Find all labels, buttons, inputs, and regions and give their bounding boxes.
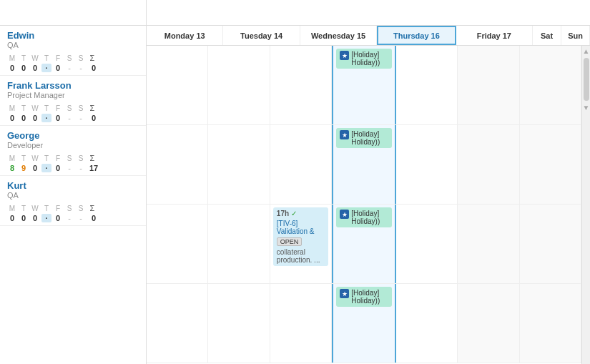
column-headers: Monday 13 Tuesday 14 Wednesday 15 Thursd… [147,26,590,46]
task-id-2[interactable]: [TIV-6] Validation & [277,220,325,235]
col-monday: Monday 13 [147,26,223,45]
day-value-2-5: - [64,164,74,172]
day-value-3-2: 0 [30,214,40,222]
day-label-1-5: S [64,104,74,112]
task-open-btn-2[interactable]: OPEN [277,237,303,246]
holiday-badge-1-0: ★ [Holiday] Holiday)) [336,128,391,148]
day-value-3-6: - [76,214,86,222]
day-label-3-3: T [41,205,51,212]
person-day-values-2: 890·0--17 [7,164,139,172]
day-label-3-4: F [53,205,63,212]
holiday-text-0-0: [Holiday] Holiday)) [351,51,388,67]
day-value-0-2: 0 [30,64,40,72]
day-value-3-3: · [41,214,51,222]
day-value-0-4: 0 [53,64,63,72]
day-label-1-6: S [76,104,86,112]
cell-1-sat [458,125,519,204]
day-value-3-4: 0 [53,214,63,222]
day-label-2-0: M [7,154,17,162]
cell-0-mon [147,46,208,124]
calendar-rows: ★ [Holiday] Holiday))★ [Holiday] Holiday… [147,46,581,364]
cell-2-sun [520,205,581,283]
day-label-2-3: T [41,154,51,162]
day-label-3-5: S [64,205,74,212]
day-label-0-6: S [76,54,86,62]
col-wednesday: Wednesday 15 [300,26,377,45]
person-role-1: Project Manager [7,91,139,99]
col-tuesday: Tuesday 14 [223,26,300,45]
day-label-1-1: T [19,104,29,112]
day-label-3-6: S [76,205,86,212]
cell-3-mon [147,284,208,363]
cell-3-wed [270,284,332,363]
holiday-badge-0-0: ★ [Holiday] Holiday)) [336,49,391,69]
cell-1-fri [396,125,458,204]
scroll-thumb[interactable] [584,58,589,101]
day-label-2-7: Σ [87,154,97,162]
day-value-2-2: 0 [30,164,40,172]
calendar-body: ★ [Holiday] Holiday))★ [Holiday] Holiday… [147,46,590,364]
day-value-1-6: - [76,114,86,122]
day-label-2-6: S [76,154,86,162]
day-value-0-0: 0 [7,64,17,72]
holiday-star-0-0: ★ [340,51,349,60]
cell-0-sun [520,46,581,124]
person-name-3[interactable]: Kurt [7,180,139,191]
day-label-0-0: M [7,54,17,62]
person-day-labels-2: MTWTFSSΣ [7,154,139,162]
day-value-0-5: - [64,64,74,72]
sidebar-people-list: EdwinQAMTWTFSSΣ000·0--0Frank LarssonProj… [0,26,146,226]
sidebar-person-3: KurtQAMTWTFSSΣ000·0--0 [0,176,146,226]
day-value-2-4: 0 [53,164,63,172]
cell-0-tue [208,46,270,124]
cell-2-thu: ★ [Holiday] Holiday)) [332,205,395,283]
cell-2-tue [208,205,270,283]
holiday-text-1-0: [Holiday] Holiday)) [351,130,388,146]
sidebar-person-1: Frank LarssonProject ManagerMTWTFSSΣ000·… [0,76,146,126]
day-label-3-0: M [7,205,17,212]
day-value-3-0: 0 [7,214,17,222]
day-value-2-6: - [76,164,86,172]
cell-0-thu: ★ [Holiday] Holiday)) [332,46,395,124]
scroll-up-arrow[interactable]: ▲ [583,47,590,55]
holiday-badge-2-0: ★ [Holiday] Holiday)) [336,207,391,227]
day-value-0-1: 0 [19,64,29,72]
person-day-labels-1: MTWTFSSΣ [7,104,139,112]
day-label-1-7: Σ [87,104,97,112]
cell-3-tue [208,284,270,363]
cell-2-mon [147,205,208,283]
cell-1-thu: ★ [Holiday] Holiday)) [332,125,395,204]
scrollbar[interactable]: ▲ ▼ [581,46,590,364]
day-label-3-2: W [30,205,40,212]
day-value-2-0: 8 [7,164,17,172]
day-label-2-2: W [30,154,40,162]
sidebar-person-2: GeorgeDeveloperMTWTFSSΣ890·0--17 [0,126,146,176]
person-name-1[interactable]: Frank Larsson [7,80,139,91]
person-name-0[interactable]: Edwin [7,30,139,41]
person-day-labels-3: MTWTFSSΣ [7,204,139,212]
sidebar-person-0: EdwinQAMTWTFSSΣ000·0--0 [0,26,146,76]
cell-0-fri [396,46,458,124]
holiday-badge-3-0: ★ [Holiday] Holiday)) [336,287,391,307]
calendar-row-2: 17h ✓ [TIV-6] Validation & OPEN collater… [147,205,581,284]
cell-0-sat [458,46,519,124]
cell-3-sun [520,284,581,363]
day-value-1-4: 0 [53,114,63,122]
person-role-3: QA [7,191,139,200]
cell-3-sat [458,284,519,363]
day-value-1-2: 0 [30,114,40,122]
day-label-0-5: S [64,54,74,62]
scroll-down-arrow[interactable]: ▼ [583,104,590,112]
day-value-0-3: · [41,64,51,72]
day-value-1-5: - [64,114,74,122]
holiday-star-3-0: ★ [340,289,349,298]
week-header [147,0,590,26]
day-value-3-1: 0 [19,214,29,222]
holiday-star-2-0: ★ [340,210,349,219]
person-role-2: Developer [7,141,139,149]
person-name-2[interactable]: George [7,130,139,141]
cell-3-fri [396,284,458,363]
calendar-row-3: ★ [Holiday] Holiday)) [147,284,581,363]
day-value-2-3: · [41,164,51,172]
day-label-0-4: F [53,54,63,62]
